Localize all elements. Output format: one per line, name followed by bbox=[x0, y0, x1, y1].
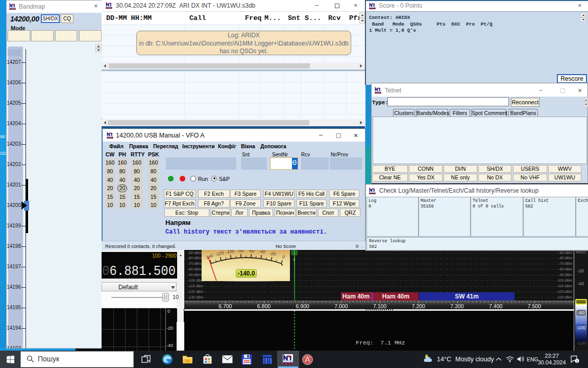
svg-text:-80: -80 bbox=[237, 250, 244, 254]
svg-text:-140.0: -140.0 bbox=[237, 270, 255, 277]
svg-text:-60: -60 bbox=[248, 250, 255, 254]
svg-text:1: 1 bbox=[576, 359, 578, 363]
